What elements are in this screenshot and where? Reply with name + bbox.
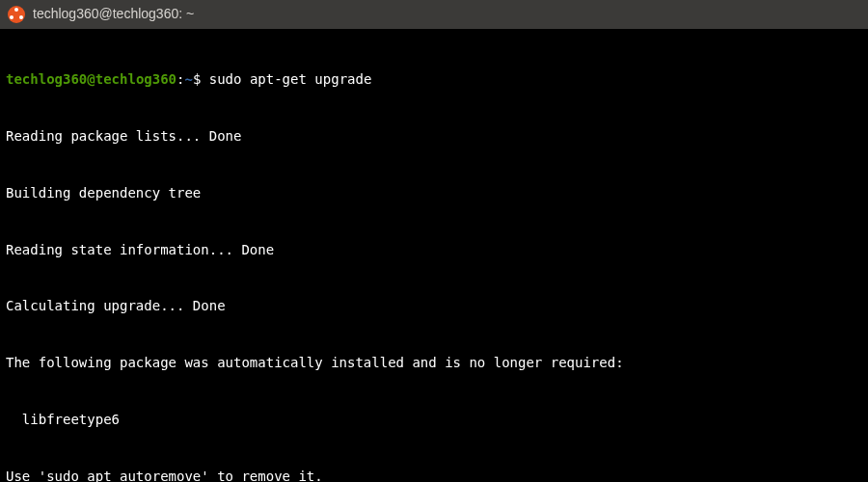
window-title: techlog360@techlog360: ~ [33, 5, 194, 24]
terminal-viewport[interactable]: techlog360@techlog360:~$ sudo apt-get up… [0, 29, 868, 482]
prompt-at: @ [87, 71, 95, 87]
prompt-line: techlog360@techlog360:~$ sudo apt-get up… [6, 70, 862, 90]
prompt-host: techlog360 [95, 71, 176, 87]
prompt-user: techlog360 [6, 71, 87, 87]
output-line: Building dependency tree [6, 184, 862, 203]
prompt-dollar: $ [193, 71, 209, 87]
window-titlebar[interactable]: techlog360@techlog360: ~ [0, 0, 868, 29]
ubuntu-logo-icon [8, 6, 25, 23]
output-line: Reading state information... Done [6, 241, 862, 260]
output-line: Reading package lists... Done [6, 127, 862, 147]
command-text: sudo apt-get upgrade [209, 71, 372, 87]
output-line: The following package was automatically … [6, 354, 862, 373]
output-line: libfreetype6 [6, 411, 862, 430]
output-line: Calculating upgrade... Done [6, 297, 862, 316]
prompt-path: ~ [184, 71, 192, 87]
output-line: Use 'sudo apt autoremove' to remove it. [6, 468, 862, 482]
